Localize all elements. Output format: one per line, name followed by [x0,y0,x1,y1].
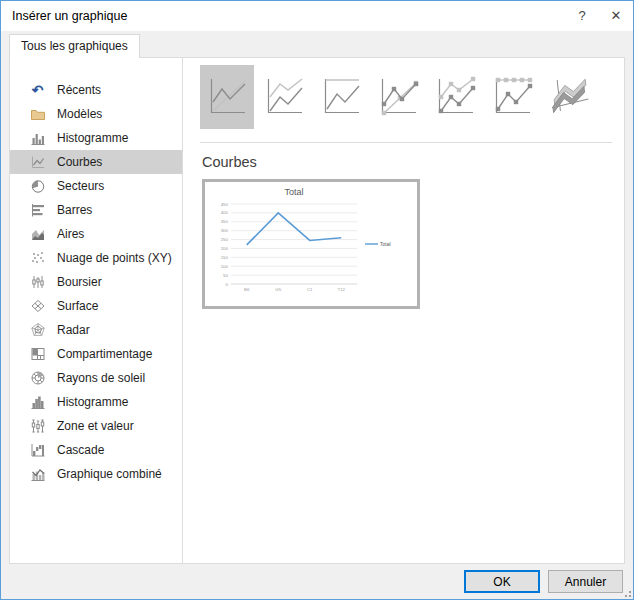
dialog-footer: OK Annuler [1,564,633,599]
svg-text:300: 300 [221,228,229,233]
dialog-title: Insérer un graphique [1,9,565,23]
chart-preview[interactable]: Total050100150200250300350400450B6G5C1T1… [202,179,420,309]
sidebar-item-radar[interactable]: Radar [10,318,182,342]
preview-heading: Courbes [202,154,614,170]
sidebar-item-histogram[interactable]: Histogramme [10,390,182,414]
ok-button[interactable]: OK [464,570,540,593]
svg-text:Total: Total [284,187,303,197]
histogram-chart-icon [29,394,46,411]
svg-text:T12: T12 [337,287,345,292]
svg-text:B6: B6 [244,287,250,292]
tab-tous-les-graphiques[interactable]: Tous les graphiques [9,34,140,58]
sidebar-item-label: Aires [57,227,84,241]
svg-text:400: 400 [221,210,229,215]
sidebar-item-label: Rayons de soleil [57,371,145,385]
svg-text:250: 250 [221,237,229,242]
divider [200,142,612,143]
chart-detail-pane: Courbes Total050100150200250300350400450… [184,58,624,563]
sidebar-item-sunburst[interactable]: Rayons de soleil [10,366,182,390]
titlebar: Insérer un graphique ? ✕ [1,1,633,31]
sidebar-item-combo[interactable]: Graphique combiné [10,462,182,486]
sidebar-item-label: Secteurs [57,179,104,193]
sidebar-item-column[interactable]: Histogramme [10,126,182,150]
sidebar-item-label: Barres [57,203,92,217]
treemap-chart-icon [29,346,46,363]
sidebar-item-pie[interactable]: Secteurs [10,174,182,198]
subtype-stacked-line-100-markers-thumbnail[interactable] [485,65,539,129]
sidebar-item-label: Cascade [57,443,104,457]
help-icon[interactable]: ? [565,1,599,31]
pie-chart-icon [29,178,46,195]
subtype-line-thumbnail[interactable] [200,65,254,129]
sidebar-item-scatter[interactable]: Nuage de points (XY) [10,246,182,270]
preview-chart-svg: Total050100150200250300350400450B6G5C1T1… [205,182,417,306]
svg-text:350: 350 [221,219,229,224]
chart-category-list: ↶RécentsModèlesHistogrammeCourbesSecteur… [10,58,183,563]
svg-text:G5: G5 [275,287,281,292]
subtype-line-markers-thumbnail[interactable] [371,65,425,129]
bar-chart-icon [29,202,46,219]
templates-chart-icon [29,106,46,123]
tab-label: Tous les graphiques [21,39,128,53]
radar-chart-icon [29,322,46,339]
svg-text:150: 150 [221,255,229,260]
sidebar-item-label: Histogramme [57,131,128,145]
sunburst-chart-icon [29,370,46,387]
sidebar-item-recents[interactable]: ↶Récents [10,78,182,102]
subtype-stacked-line-thumbnail[interactable] [257,65,311,129]
chart-subtype-row [200,65,614,129]
sidebar-item-templates[interactable]: Modèles [10,102,182,126]
sidebar-item-stock[interactable]: Boursier [10,270,182,294]
close-icon[interactable]: ✕ [599,1,633,31]
sidebar-item-label: Courbes [57,155,102,169]
sidebar-item-treemap[interactable]: Compartimentage [10,342,182,366]
svg-text:50: 50 [223,273,228,278]
combo-chart-icon [29,466,46,483]
svg-text:C1: C1 [307,287,313,292]
boxwhisker-chart-icon [29,418,46,435]
sidebar-item-label: Radar [57,323,90,337]
area-chart-icon [29,226,46,243]
subtype-stacked-line-markers-thumbnail[interactable] [428,65,482,129]
sidebar-item-surface[interactable]: Surface [10,294,182,318]
sidebar-item-area[interactable]: Aires [10,222,182,246]
sidebar-item-bar[interactable]: Barres [10,198,182,222]
sidebar-item-label: Boursier [57,275,102,289]
sidebar-item-label: Nuage de points (XY) [57,251,172,265]
sidebar-item-label: Zone et valeur [57,419,134,433]
svg-text:100: 100 [221,264,229,269]
sidebar-item-boxwhisker[interactable]: Zone et valeur [10,414,182,438]
svg-text:200: 200 [221,246,229,251]
line-chart-icon [29,154,46,171]
surface-chart-icon [29,298,46,315]
recents-chart-icon: ↶ [29,82,46,99]
sidebar-item-label: Compartimentage [57,347,152,361]
scatter-chart-icon [29,250,46,267]
cancel-button[interactable]: Annuler [548,570,623,593]
sidebar-item-label: Surface [57,299,98,313]
sidebar-item-label: Graphique combiné [57,467,162,481]
waterfall-chart-icon [29,442,46,459]
stock-chart-icon [29,274,46,291]
insert-chart-dialog: Insérer un graphique ? ✕ Tous les graphi… [0,0,634,600]
subtype-line-3d-thumbnail[interactable] [542,65,596,129]
sidebar-item-waterfall[interactable]: Cascade [10,438,182,462]
sidebar-item-label: Histogramme [57,395,128,409]
sidebar-item-line[interactable]: Courbes [10,150,182,174]
column-chart-icon [29,130,46,147]
svg-text:450: 450 [221,202,229,207]
resize-grip[interactable] [621,587,631,597]
dialog-content-pane: ↶RécentsModèlesHistogrammeCourbesSecteur… [9,57,625,564]
sidebar-item-label: Modèles [57,107,102,121]
svg-text:Total: Total [380,241,391,247]
svg-text:0: 0 [226,282,229,287]
subtype-stacked-line-100-thumbnail[interactable] [314,65,368,129]
sidebar-item-label: Récents [57,83,101,97]
